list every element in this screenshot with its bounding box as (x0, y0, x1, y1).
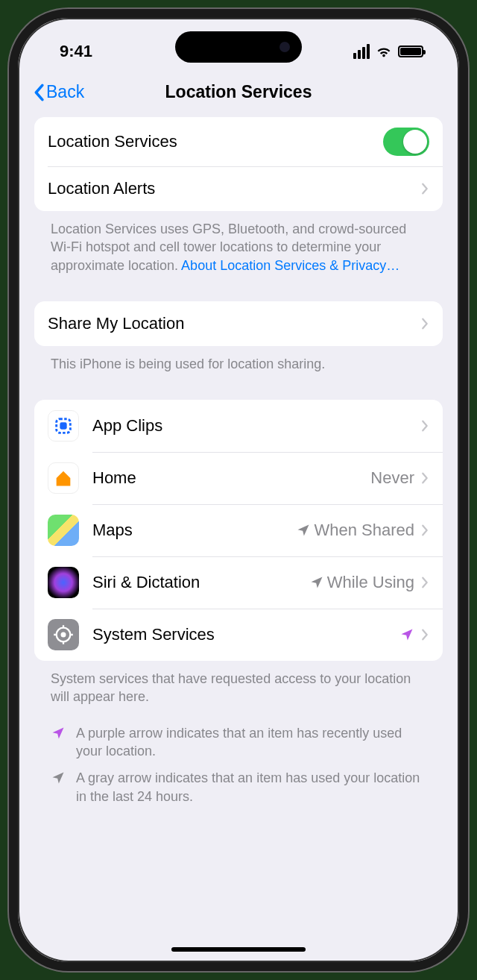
page-title: Location Services (165, 82, 312, 102)
chevron-right-icon (420, 471, 429, 485)
row-location-services[interactable]: Location Services (34, 117, 443, 166)
row-label: System Services (92, 625, 399, 644)
app-clips-icon (48, 410, 79, 442)
home-icon (48, 462, 79, 494)
row-value: When Shared (296, 521, 414, 540)
maps-icon (48, 515, 79, 546)
location-arrow-gray-icon (309, 575, 324, 590)
status-time: 9:41 (60, 42, 92, 61)
legend-purple-text: A purple arrow indicates that an item ha… (76, 724, 426, 761)
cellular-signal-icon (353, 44, 370, 59)
svg-point-3 (61, 632, 66, 638)
legend-gray-text: A gray arrow indicates that an item has … (76, 769, 426, 805)
chevron-right-icon (420, 524, 429, 537)
chevron-right-icon (420, 419, 429, 433)
location-arrow-gray-icon (51, 770, 66, 785)
row-label: App Clips (92, 416, 414, 436)
row-home[interactable]: Home Never (34, 452, 443, 504)
row-siri[interactable]: Siri & Dictation While Using (34, 556, 443, 609)
row-app-clips[interactable]: App Clips (34, 400, 443, 452)
row-value: While Using (309, 573, 414, 592)
location-arrow-purple-icon (399, 627, 414, 642)
siri-icon (48, 567, 79, 598)
row-label: Share My Location (48, 314, 420, 333)
row-value (399, 627, 414, 642)
row-maps[interactable]: Maps When Shared (34, 504, 443, 556)
back-label: Back (46, 82, 84, 102)
row-label: Location Alerts (48, 179, 420, 198)
nav-bar: Back Location Services (18, 70, 459, 117)
chevron-right-icon (420, 182, 429, 195)
share-footer: This iPhone is being used for location s… (34, 346, 443, 379)
home-indicator[interactable] (171, 947, 306, 952)
location-footer: Location Services uses GPS, Bluetooth, a… (34, 211, 443, 280)
location-arrow-gray-icon (296, 523, 311, 538)
row-location-alerts[interactable]: Location Alerts (34, 166, 443, 211)
chevron-right-icon (420, 628, 429, 641)
row-value: Never (370, 468, 414, 488)
dynamic-island (175, 31, 302, 63)
location-arrow-purple-icon (51, 726, 66, 741)
group-apps: App Clips Home Never Maps When Shared (34, 400, 443, 661)
battery-icon (398, 45, 423, 57)
row-label: Siri & Dictation (92, 573, 309, 592)
system-services-icon (48, 619, 79, 650)
chevron-left-icon (33, 84, 45, 101)
row-share-my-location[interactable]: Share My Location (34, 301, 443, 346)
phone-frame: 9:41 Back Location Services Location Ser… (9, 9, 468, 971)
wifi-icon (376, 43, 392, 60)
back-button[interactable]: Back (33, 82, 84, 102)
apps-footer: System services that have requested acce… (34, 661, 443, 712)
about-privacy-link[interactable]: About Location Services & Privacy… (181, 258, 399, 273)
row-system-services[interactable]: System Services (34, 609, 443, 661)
row-label: Maps (92, 521, 296, 540)
legend: A purple arrow indicates that an item ha… (34, 712, 443, 813)
group-location: Location Services Location Alerts (34, 117, 443, 211)
chevron-right-icon (420, 576, 429, 589)
svg-rect-1 (60, 423, 66, 430)
row-label: Home (92, 468, 370, 488)
location-services-toggle[interactable] (383, 128, 429, 156)
chevron-right-icon (420, 317, 429, 330)
group-share: Share My Location (34, 301, 443, 346)
row-label: Location Services (48, 132, 383, 151)
